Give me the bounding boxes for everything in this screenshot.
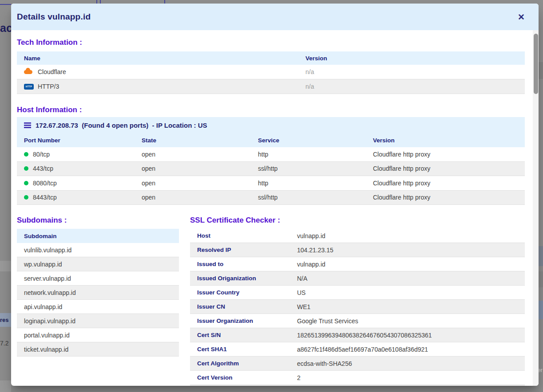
background-heading-fragment: ac bbox=[0, 22, 12, 35]
ssl-field-value: 182651399639480638264676054307086325361 bbox=[297, 328, 525, 342]
subdomain-value: server.vulnapp.id bbox=[17, 271, 179, 285]
subdomain-row: ticket.vulnapp.id bbox=[17, 342, 179, 357]
tech-row: HTTP/3 n/a bbox=[17, 79, 525, 94]
port-number: 8080/tcp bbox=[33, 180, 57, 187]
ssl-field-label: Issued to bbox=[190, 257, 297, 271]
subdomain-value: portal.vulnapp.id bbox=[17, 328, 179, 342]
ssl-field-label: Issued Origanization bbox=[190, 271, 297, 285]
ssl-row: Resolved IP 104.21.23.15 bbox=[190, 243, 525, 257]
tech-name: HTTP/3 bbox=[38, 83, 59, 90]
subdomain-value: loginapi.vulnapp.id bbox=[17, 314, 179, 328]
background-band bbox=[0, 261, 11, 271]
close-icon[interactable]: ✕ bbox=[517, 12, 526, 22]
host-ip-block: 172.67.208.73 (Found 4 open ports) - IP … bbox=[17, 117, 525, 147]
details-modal: Details vulnapp.id ✕ Tech Information : … bbox=[11, 4, 539, 386]
tech-table-header: Name Version bbox=[17, 51, 525, 65]
port-row: 80/tcp open http Cloudflare http proxy bbox=[17, 147, 525, 162]
port-state: open bbox=[142, 191, 258, 205]
ssl-row: Issuer Organization Google Trust Service… bbox=[190, 314, 525, 328]
subdomain-row: network.vulnapp.id bbox=[17, 286, 179, 300]
ssl-field-label: Issuer Country bbox=[190, 286, 297, 299]
ssl-field-label: Host bbox=[190, 229, 297, 243]
ssl-field-value: US bbox=[297, 286, 525, 299]
port-service: ssl/http bbox=[258, 162, 373, 176]
ssl-field-value: 2 bbox=[297, 371, 525, 384]
subdomain-value: wp.vulnapp.id bbox=[17, 257, 179, 271]
background-tab-underline bbox=[0, 4, 11, 5]
port-state: open bbox=[142, 176, 258, 190]
tech-col-name: Name bbox=[17, 51, 305, 65]
port-version: Cloudflare http proxy bbox=[373, 147, 525, 161]
subdomain-table-header: Subdomain bbox=[17, 229, 179, 243]
bottom-columns: Subdomains : Subdomain vulnlib.vulnapp.i… bbox=[17, 216, 525, 386]
http3-badge-icon bbox=[24, 84, 34, 90]
ssl-certificate-section: SSL Certificate Checker : Host vulnapp.i… bbox=[190, 216, 525, 386]
tech-table-body: Cloudflare n/a HTTP/3 n/a bbox=[17, 65, 525, 94]
ssl-field-label: Cert Algorithm bbox=[190, 357, 297, 370]
ssl-row: Cert SHA1 a8627fc1f486d5aef16697a70a0e61… bbox=[190, 342, 525, 357]
port-row: 8443/tcp open ssl/http Cloudflare http p… bbox=[17, 191, 525, 205]
tech-col-version: Version bbox=[305, 51, 525, 65]
ssl-table: Host vulnapp.id Resolved IP 104.21.23.15… bbox=[190, 229, 525, 386]
port-state: open bbox=[142, 147, 258, 161]
subdomain-row: loginapi.vulnapp.id bbox=[17, 314, 179, 328]
modal-title: Details vulnapp.id bbox=[17, 12, 91, 22]
ssl-row: Issued Origanization N/A bbox=[190, 271, 525, 286]
host-col-port: Port Number bbox=[17, 133, 142, 147]
background-table-header-fragment: res bbox=[0, 313, 11, 327]
port-version: Cloudflare http proxy bbox=[373, 176, 525, 190]
modal-scrollbar-thumb[interactable] bbox=[534, 34, 538, 94]
subdomain-row: vulnlib.vulnapp.id bbox=[17, 243, 179, 257]
port-service: http bbox=[258, 147, 373, 161]
port-row: 8080/tcp open http Cloudflare http proxy bbox=[17, 176, 525, 191]
subdomain-row: api.vulnapp.id bbox=[17, 300, 179, 314]
ssl-field-value: vulnapp.id bbox=[297, 257, 525, 271]
server-stack-icon bbox=[24, 122, 31, 128]
cloudflare-icon bbox=[24, 70, 34, 74]
ssl-field-value: 104.21.23.15 bbox=[297, 243, 525, 257]
background-band bbox=[539, 271, 543, 287]
host-table: 172.67.208.73 (Found 4 open ports) - IP … bbox=[17, 117, 525, 205]
modal-scrollbar-track[interactable] bbox=[533, 30, 539, 386]
host-ip-row: 172.67.208.73 (Found 4 open ports) - IP … bbox=[17, 117, 525, 133]
open-port-dot-icon bbox=[24, 195, 28, 200]
open-port-dot-icon bbox=[24, 152, 28, 157]
subdomain-value: api.vulnapp.id bbox=[17, 300, 179, 314]
ssl-row: Cert S/N 1826513996394806382646760543070… bbox=[190, 328, 525, 342]
port-number: 8443/tcp bbox=[33, 194, 57, 201]
host-col-service: Service bbox=[258, 133, 373, 147]
subdomain-row: portal.vulnapp.id bbox=[17, 328, 179, 342]
background-band bbox=[0, 380, 11, 392]
ssl-row: Cert Algorithm ecdsa-with-SHA256 bbox=[190, 357, 525, 371]
background-band bbox=[539, 246, 543, 266]
ssl-row: Issuer CN WE1 bbox=[190, 300, 525, 314]
subdomains-heading: Subdomains : bbox=[17, 216, 179, 225]
background-band bbox=[539, 62, 543, 79]
subdomain-value: network.vulnapp.id bbox=[17, 286, 179, 299]
ssl-field-label: Issuer Organization bbox=[190, 314, 297, 328]
tech-version: n/a bbox=[305, 65, 525, 79]
ssl-field-value: ecdsa-with-SHA256 bbox=[297, 357, 525, 370]
ssl-field-value: WE1 bbox=[297, 300, 525, 314]
tech-table: Name Version Cloudflare n/a bbox=[17, 51, 525, 94]
open-port-dot-icon bbox=[24, 166, 28, 171]
ssl-field-label: Cert SHA1 bbox=[190, 342, 297, 356]
subdomain-value: vulnlib.vulnapp.id bbox=[17, 243, 179, 257]
ssl-field-label: Issuer CN bbox=[190, 300, 297, 314]
subdomain-row: wp.vulnapp.id bbox=[17, 257, 179, 271]
open-port-dot-icon bbox=[24, 181, 28, 185]
host-col-version: Version bbox=[373, 133, 525, 147]
host-table-body: 80/tcp open http Cloudflare http proxy 4… bbox=[17, 147, 525, 205]
ssl-field-value: a8627fc1f486d5aef16697a70a0e6108af36d921 bbox=[297, 342, 525, 356]
ssl-field-label: Resolved IP bbox=[190, 243, 297, 257]
tech-row: Cloudflare n/a bbox=[17, 65, 525, 79]
subdomain-value: ticket.vulnapp.id bbox=[17, 342, 179, 356]
ssl-field-value: Google Trust Services bbox=[297, 314, 525, 328]
subdomain-table: Subdomain vulnlib.vulnapp.id wp.vulnapp.… bbox=[17, 229, 179, 357]
host-ip-summary: 172.67.208.73 (Found 4 open ports) - IP … bbox=[36, 122, 207, 129]
ssl-checker-heading: SSL Certificate Checker : bbox=[190, 216, 525, 225]
port-number: 443/tcp bbox=[33, 165, 53, 172]
ssl-field-value: vulnapp.id bbox=[297, 229, 525, 243]
subdomains-section: Subdomains : Subdomain vulnlib.vulnapp.i… bbox=[17, 216, 179, 357]
ssl-row: Issued to vulnapp.id bbox=[190, 257, 525, 271]
